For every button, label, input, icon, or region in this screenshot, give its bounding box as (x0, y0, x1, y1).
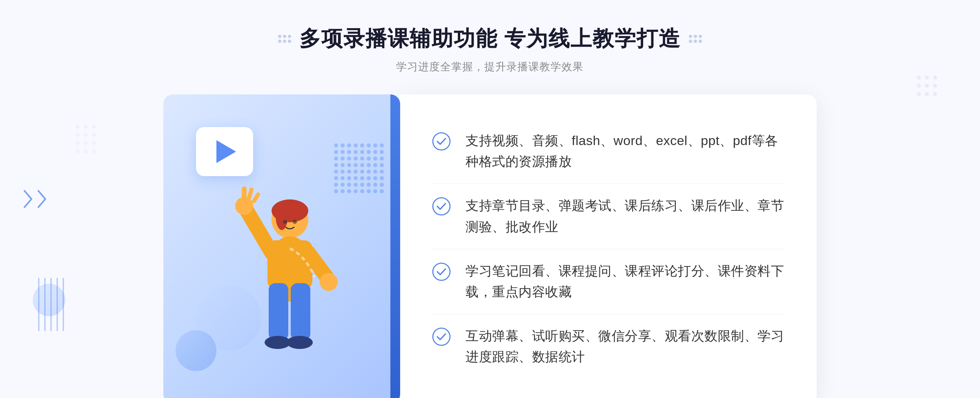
svg-point-20 (235, 197, 253, 215)
svg-point-4 (84, 133, 88, 137)
character-illustration (208, 183, 355, 398)
svg-rect-26 (269, 283, 288, 340)
svg-point-11 (92, 149, 96, 153)
feature-item-4: 互动弹幕、试听购买、微信分享、观看次数限制、学习进度跟踪、数据统计 (432, 314, 784, 379)
svg-point-25 (320, 273, 338, 291)
svg-point-34 (917, 76, 921, 80)
svg-point-8 (92, 141, 96, 145)
title-left-decoration (278, 35, 291, 43)
svg-point-5 (92, 133, 96, 137)
svg-point-29 (287, 336, 313, 349)
feature-text-3: 学习笔记回看、课程提问、课程评论打分、课件资料下载，重点内容收藏 (466, 261, 784, 302)
svg-point-42 (933, 92, 937, 96)
svg-point-9 (76, 149, 80, 153)
page-chevrons-left (22, 189, 49, 209)
bg-lines-left (37, 278, 65, 333)
svg-point-7 (84, 141, 88, 145)
svg-point-10 (84, 149, 88, 153)
svg-line-22 (249, 190, 252, 198)
blue-accent-bar (390, 94, 400, 398)
svg-rect-27 (291, 283, 310, 340)
feature-text-2: 支持章节目录、弹题考试、课后练习、课后作业、章节测验、批改作业 (466, 195, 784, 237)
svg-point-35 (925, 76, 929, 80)
bg-dots-left (74, 123, 122, 196)
svg-point-3 (76, 133, 80, 137)
header-section: 多项录播课辅助功能 专为线上教学打造 学习进度全掌握，提升录播课教学效果 (278, 25, 702, 74)
svg-point-32 (433, 263, 450, 280)
check-circle-icon-4 (432, 327, 451, 346)
play-icon (216, 140, 236, 163)
feature-text-4: 互动弹幕、试听购买、微信分享、观看次数限制、学习进度跟踪、数据统计 (466, 326, 784, 367)
svg-point-2 (92, 125, 96, 129)
check-circle-icon-1 (432, 132, 451, 151)
svg-point-1 (84, 125, 88, 129)
content-area: 支持视频、音频、flash、word、excel、ppt、pdf等各种格式的资源… (163, 94, 817, 398)
page-container: 多项录播课辅助功能 专为线上教学打造 学习进度全掌握，提升录播课教学效果 (0, 0, 980, 398)
svg-point-31 (433, 198, 450, 215)
svg-point-16 (293, 220, 297, 224)
title-right-decoration (689, 35, 702, 43)
feature-item-2: 支持章节目录、弹题考试、课后练习、课后作业、章节测验、批改作业 (432, 184, 784, 249)
check-circle-icon-3 (432, 262, 451, 281)
svg-point-40 (917, 92, 921, 96)
svg-point-0 (76, 125, 80, 129)
svg-line-23 (254, 195, 258, 201)
corner-dots-right (915, 74, 956, 124)
play-bubble (196, 127, 253, 176)
svg-point-38 (925, 84, 929, 88)
feature-item-3: 学习笔记回看、课程提问、课程评论打分、课件资料下载，重点内容收藏 (432, 249, 784, 314)
svg-point-15 (283, 220, 287, 224)
check-circle-icon-2 (432, 197, 451, 216)
svg-point-33 (433, 328, 450, 345)
svg-point-30 (433, 133, 450, 150)
svg-point-36 (933, 76, 937, 80)
features-panel: 支持视频、音频、flash、word、excel、ppt、pdf等各种格式的资源… (399, 94, 817, 398)
feature-item-1: 支持视频、音频、flash、word、excel、ppt、pdf等各种格式的资源… (432, 119, 784, 184)
page-sub-title: 学习进度全掌握，提升录播课教学效果 (278, 60, 702, 74)
svg-point-41 (925, 92, 929, 96)
feature-text-1: 支持视频、音频、flash、word、excel、ppt、pdf等各种格式的资源… (466, 130, 784, 172)
svg-point-14 (276, 201, 288, 230)
svg-point-6 (76, 141, 80, 145)
svg-point-37 (917, 84, 921, 88)
svg-point-39 (933, 84, 937, 88)
title-row: 多项录播课辅助功能 专为线上教学打造 (278, 25, 702, 53)
illustration-panel (163, 94, 400, 398)
svg-line-19 (245, 208, 272, 253)
page-main-title: 多项录播课辅助功能 专为线上教学打造 (299, 25, 681, 53)
